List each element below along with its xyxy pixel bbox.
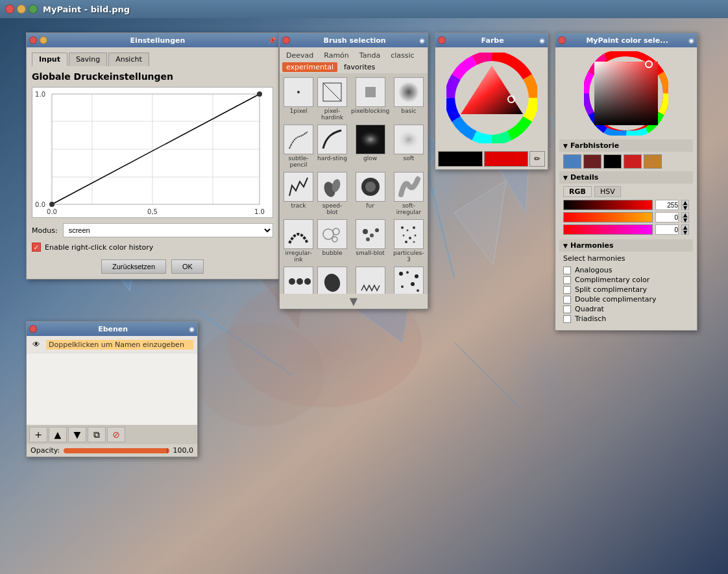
tab-saving[interactable]: Saving <box>69 53 107 66</box>
brush-preview-fur <box>356 172 385 202</box>
tab-deevad[interactable]: Deevad <box>282 50 317 61</box>
layer-delete-btn[interactable]: ⊘ <box>107 427 125 442</box>
red-slider-bar[interactable] <box>563 200 653 210</box>
fh-swatch-0[interactable] <box>563 154 581 169</box>
brush-preview-sewing <box>356 267 385 294</box>
farbe-pin[interactable]: ◉ <box>539 37 545 44</box>
layer-add-btn[interactable]: + <box>29 427 47 442</box>
blue-value-input[interactable] <box>655 224 679 235</box>
farbe-close[interactable] <box>438 36 446 44</box>
brush-particules-main[interactable]: particules-main <box>392 265 426 294</box>
eyedrop-tool[interactable]: ✏ <box>529 151 545 167</box>
checkbox-icon[interactable]: ✓ <box>32 243 41 252</box>
brush-preview-particules3 <box>394 219 424 249</box>
brush-1pixel[interactable]: 1pixel <box>282 76 315 122</box>
brush-particules3[interactable]: particules-3 <box>392 218 426 264</box>
layer-eye-0[interactable]: 👁 <box>30 339 42 350</box>
brush-pin[interactable]: ◉ <box>419 37 425 44</box>
brush-speed-blot[interactable]: speed-blot <box>316 171 348 217</box>
button-row: Zurücksetzen OK <box>32 259 273 274</box>
mypaint-pin[interactable]: ◉ <box>688 37 694 44</box>
svg-point-29 <box>257 91 262 97</box>
curve-widget[interactable]: 1.0 0.0 0.0 0,5 1.0 (Maustaste) <box>32 87 273 218</box>
brush-track[interactable]: track <box>282 171 315 217</box>
tab-hsv[interactable]: HSV <box>594 186 621 197</box>
subtab-experimental[interactable]: experimental <box>282 62 337 72</box>
brush-hard-blot[interactable]: hard-blot <box>316 265 348 294</box>
tab-input[interactable]: Input <box>32 53 67 66</box>
brush-pixelhard[interactable]: pixel-hardink <box>316 76 348 122</box>
layer-down-btn[interactable]: ▼ <box>68 427 86 442</box>
layer-up-btn[interactable]: ▲ <box>49 427 67 442</box>
minimize-button[interactable] <box>17 5 26 14</box>
svg-text:0.0: 0.0 <box>35 201 45 208</box>
layer-name-0[interactable]: Doppelklicken um Namen einzugeben <box>46 340 193 350</box>
mode-select[interactable]: screen normal multiply <box>63 223 273 237</box>
einstellungen-close[interactable] <box>29 36 37 44</box>
fh-swatch-1[interactable] <box>583 154 601 169</box>
details-header[interactable]: ▼ Details <box>559 171 693 184</box>
brush-soft[interactable]: soft <box>392 123 426 169</box>
mypaint-panel: MyPaint color sele... ◉ <box>555 32 698 331</box>
blue-down[interactable]: ▼ <box>681 230 689 235</box>
mypaint-close[interactable] <box>558 36 566 44</box>
ok-button[interactable]: OK <box>171 259 204 274</box>
harmony-double-complimentary: Double complimentary <box>563 294 689 304</box>
brush-close[interactable] <box>282 36 290 44</box>
ebenen-close[interactable] <box>29 325 37 333</box>
fh-swatch-3[interactable] <box>624 154 642 169</box>
maximize-button[interactable] <box>29 5 38 14</box>
color-square-area[interactable] <box>559 51 693 136</box>
red-value-input[interactable] <box>655 200 679 210</box>
brush-hard-sting[interactable]: hard-sting <box>316 123 348 169</box>
brush-sewing[interactable]: sewing <box>350 265 391 294</box>
layer-item-0[interactable]: 👁 Doppelklicken um Namen einzugeben <box>27 336 197 353</box>
fh-swatch-4[interactable] <box>644 154 662 169</box>
einstellungen-pin[interactable]: 📌 <box>268 37 276 44</box>
checkbox-double-complimentary[interactable] <box>563 296 571 304</box>
brush-small-blot[interactable]: small-blot <box>350 218 391 264</box>
reset-button[interactable]: Zurücksetzen <box>101 259 166 274</box>
swatch-black[interactable] <box>438 151 483 167</box>
brush-irregular-ink[interactable]: irregular-ink <box>282 218 315 264</box>
checkbox-analogous[interactable] <box>563 267 571 274</box>
tab-rgb[interactable]: RGB <box>563 186 592 197</box>
close-button[interactable] <box>5 5 14 14</box>
tab-ansicht[interactable]: Ansicht <box>108 53 149 66</box>
checkbox-split-complimentary[interactable] <box>563 286 571 294</box>
ebenen-pin[interactable]: ◉ <box>189 326 195 333</box>
mypaint-title: MyPaint color sele... <box>568 36 686 45</box>
layer-duplicate-btn[interactable]: ⧉ <box>88 427 106 442</box>
tab-tanda[interactable]: Tanda <box>356 50 384 61</box>
red-down[interactable]: ▼ <box>681 205 689 210</box>
farbe-color-wheel[interactable] <box>446 53 537 143</box>
brush-scroll-indicator[interactable]: ▼ <box>280 294 428 309</box>
brush-soft-irregular[interactable]: soft-irregular <box>392 171 426 217</box>
green-slider-bar[interactable] <box>563 212 653 222</box>
einstellungen-min[interactable] <box>40 36 47 44</box>
green-value-input[interactable] <box>655 212 679 222</box>
harmonies-header[interactable]: ▼ Harmonies <box>559 239 693 252</box>
color-square-svg[interactable] <box>584 51 668 136</box>
svg-point-91 <box>417 289 419 292</box>
brush-fur[interactable]: fur <box>350 171 391 217</box>
green-down[interactable]: ▼ <box>681 217 689 222</box>
checkbox-complimentary[interactable] <box>563 276 571 284</box>
brush-basic[interactable]: basic <box>392 76 426 122</box>
tab-ramon[interactable]: Ramón <box>320 50 353 61</box>
opacity-slider[interactable] <box>64 448 169 453</box>
checkbox-quadrat[interactable] <box>563 305 571 313</box>
fh-swatch-2[interactable] <box>603 154 622 169</box>
subtab-favorites[interactable]: favorites <box>340 62 379 72</box>
blue-slider-bar[interactable] <box>563 224 653 235</box>
svg-text:0.0: 0.0 <box>47 208 57 215</box>
brush-glow[interactable]: glow <box>350 123 391 169</box>
swatch-red[interactable] <box>484 151 529 167</box>
brush-subtle-pencil[interactable]: subtle-pencil <box>282 123 315 169</box>
tab-classic[interactable]: classic <box>387 50 418 61</box>
brush-spaced-blot[interactable]: spaced-blot <box>282 265 315 294</box>
brush-bubble[interactable]: bubble <box>316 218 348 264</box>
farbhistorie-header[interactable]: ▼ Farbhistorie <box>559 139 693 152</box>
checkbox-triadisch[interactable] <box>563 315 571 323</box>
brush-pixelblocking[interactable]: pixelblocking <box>350 76 391 122</box>
